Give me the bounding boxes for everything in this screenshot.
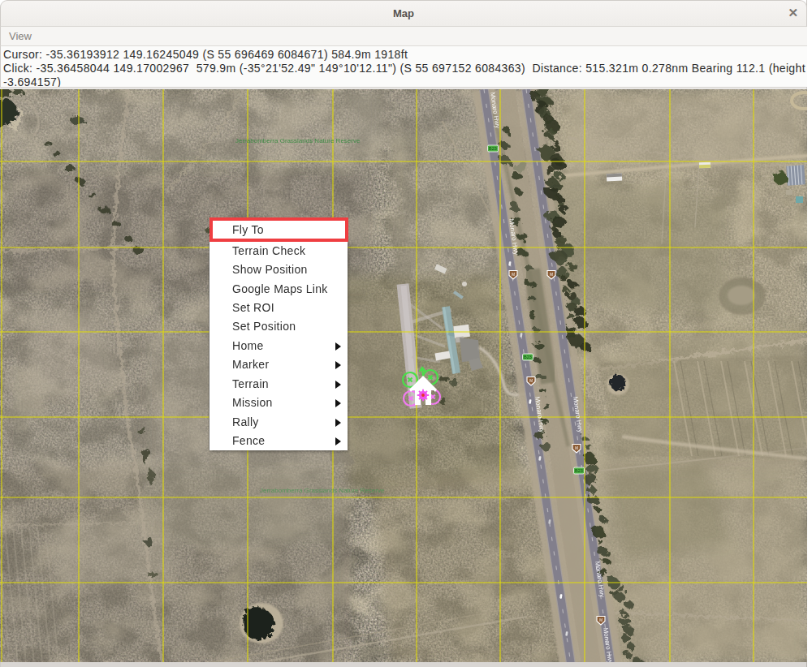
svg-text:B23: B23: [524, 355, 532, 359]
svg-text:M: M: [512, 273, 515, 277]
svg-text:Jerrabomberra Grasslands Natur: Jerrabomberra Grasslands Nature Reserve: [235, 137, 361, 144]
svg-text:M: M: [529, 379, 533, 383]
svg-text:M: M: [575, 446, 578, 450]
svg-text:Jerrabomberra Grasslands Natur: Jerrabomberra Grasslands Nature Reserve: [260, 487, 385, 494]
svg-text:B23: B23: [489, 146, 497, 151]
svg-text:M: M: [599, 618, 603, 622]
svg-text:M: M: [550, 273, 553, 277]
svg-text:B23: B23: [575, 468, 583, 473]
